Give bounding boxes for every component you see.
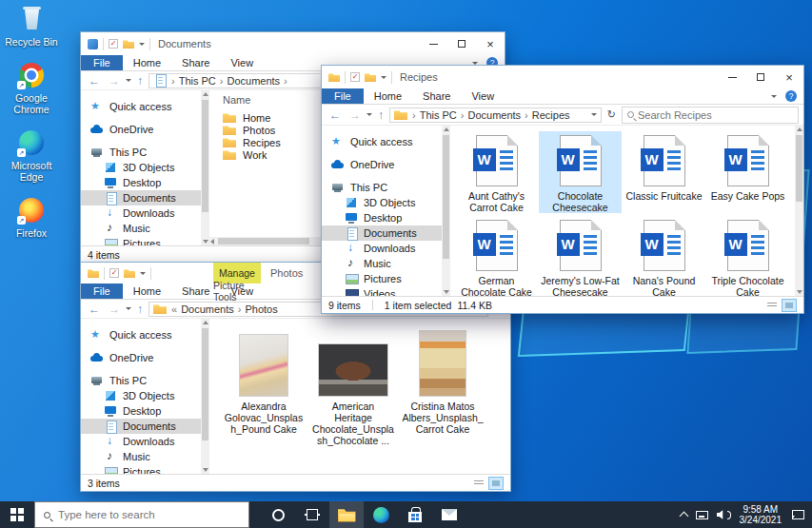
up-button[interactable]: ↑ bbox=[134, 303, 146, 315]
sidebar-item[interactable]: Quick access bbox=[81, 99, 201, 114]
quick-access-toolbar-caret-icon[interactable] bbox=[381, 76, 386, 82]
tab-file[interactable]: File bbox=[81, 284, 123, 299]
store-taskbar-button[interactable] bbox=[398, 501, 432, 528]
back-button[interactable]: ← bbox=[327, 109, 344, 121]
forward-button[interactable]: → bbox=[106, 75, 123, 87]
desktop-icon[interactable]: ↗ Microsoft Edge bbox=[2, 128, 61, 183]
tab-home[interactable]: Home bbox=[364, 88, 412, 104]
sidebar-item[interactable]: OneDrive bbox=[81, 122, 201, 137]
speaker-icon[interactable] bbox=[717, 510, 725, 519]
minimize-button[interactable] bbox=[718, 66, 746, 88]
scroll-down-icon[interactable] bbox=[442, 287, 450, 296]
documents-titlebar[interactable]: ✓ Documents × bbox=[81, 32, 505, 55]
scroll-up-icon[interactable] bbox=[795, 126, 803, 134]
taskbar-search-box[interactable] bbox=[34, 501, 249, 528]
quick-access-toolbar-caret-icon[interactable] bbox=[140, 272, 146, 278]
file-explorer-taskbar-button[interactable] bbox=[329, 501, 364, 528]
word-document-tile[interactable]: W Easy Cake Pops bbox=[706, 131, 789, 213]
breadcrumb-documents[interactable]: Documents bbox=[467, 109, 521, 121]
word-document-tile[interactable]: W Jeremy's Low-Fat Cheesecake bbox=[539, 216, 622, 296]
sidebar-scrollbar[interactable] bbox=[201, 319, 209, 474]
sidebar-item[interactable]: Music bbox=[81, 449, 201, 464]
tab-file[interactable]: File bbox=[322, 88, 364, 104]
scroll-up-icon[interactable] bbox=[201, 319, 209, 327]
tab-file[interactable]: File bbox=[81, 55, 123, 70]
breadcrumb-documents[interactable]: Documents bbox=[181, 303, 234, 315]
task-view-button[interactable] bbox=[295, 501, 329, 528]
sidebar-item[interactable]: Music bbox=[322, 256, 442, 271]
photo-tile[interactable]: Alexandra Golovac_Unsplash_Pound Cake bbox=[223, 326, 305, 435]
maximize-button[interactable] bbox=[746, 66, 775, 88]
photo-tile[interactable]: Cristina Matos Albers_Unsplash_Carrot Ca… bbox=[402, 326, 484, 435]
cortana-button[interactable] bbox=[261, 501, 295, 528]
large-icons-view-button[interactable] bbox=[488, 477, 504, 490]
search-input[interactable] bbox=[638, 109, 793, 121]
help-icon[interactable]: ? bbox=[785, 90, 797, 102]
start-button[interactable] bbox=[0, 501, 34, 528]
scroll-left-icon[interactable] bbox=[210, 239, 214, 244]
sidebar-item[interactable]: Pictures bbox=[81, 464, 201, 474]
sidebar-item[interactable]: Downloads bbox=[81, 434, 201, 449]
close-button[interactable]: × bbox=[775, 66, 803, 88]
tab-picture-tools[interactable]: Picture Tools bbox=[213, 284, 261, 299]
sidebar-item[interactable]: Documents bbox=[81, 190, 201, 205]
sidebar-item[interactable]: This PC bbox=[322, 180, 442, 195]
scroll-down-icon[interactable] bbox=[201, 237, 209, 245]
recipes-titlebar[interactable]: ✓ Recipes × bbox=[322, 66, 803, 88]
forward-button[interactable]: → bbox=[106, 303, 123, 315]
sidebar-item[interactable]: Pictures bbox=[322, 271, 442, 286]
details-view-button[interactable] bbox=[471, 477, 486, 490]
tab-home[interactable]: Home bbox=[123, 55, 171, 70]
sidebar-item[interactable]: This PC bbox=[81, 373, 201, 388]
scroll-down-icon[interactable] bbox=[795, 287, 803, 296]
breadcrumb-photos[interactable]: Photos bbox=[245, 303, 277, 315]
word-document-tile[interactable]: W German Chocolate Cake bbox=[455, 216, 538, 296]
sidebar-item[interactable]: Quick access bbox=[322, 134, 442, 149]
word-document-tile[interactable]: W Aunt Cathy's Carrot Cake bbox=[455, 131, 538, 213]
breadcrumb-recipes[interactable]: Recipes bbox=[532, 109, 570, 121]
breadcrumb-documents[interactable]: Documents bbox=[227, 75, 280, 87]
word-document-tile[interactable]: W Classic Fruitcake bbox=[623, 131, 705, 213]
desktop-icon[interactable]: ↗ Recycle Bin bbox=[2, 5, 61, 48]
sidebar-item[interactable]: 3D Objects bbox=[81, 388, 201, 403]
quick-access-toolbar-caret-icon[interactable] bbox=[139, 43, 145, 49]
sidebar-item[interactable]: Pictures bbox=[81, 236, 201, 245]
details-view-button[interactable] bbox=[764, 299, 780, 312]
up-button[interactable]: ↑ bbox=[134, 75, 146, 87]
address-dropdown-icon[interactable] bbox=[591, 113, 597, 119]
new-folder-icon[interactable] bbox=[123, 39, 134, 49]
sidebar-item[interactable]: OneDrive bbox=[322, 157, 442, 172]
mail-taskbar-button[interactable] bbox=[432, 501, 466, 528]
sidebar-item[interactable]: Desktop bbox=[81, 175, 201, 190]
back-button[interactable]: ← bbox=[86, 75, 103, 87]
refresh-icon[interactable]: ↻ bbox=[604, 108, 619, 121]
tab-view[interactable]: View bbox=[220, 55, 264, 70]
edge-taskbar-button[interactable] bbox=[364, 501, 398, 528]
tab-share[interactable]: Share bbox=[412, 88, 461, 104]
scroll-down-icon[interactable] bbox=[201, 465, 209, 474]
sidebar-item[interactable]: Desktop bbox=[81, 403, 201, 419]
tab-share[interactable]: Share bbox=[171, 55, 220, 70]
search-box[interactable] bbox=[622, 107, 799, 124]
desktop-icon[interactable]: ↗ Firefox bbox=[2, 196, 61, 239]
maximize-button[interactable] bbox=[447, 32, 476, 55]
new-folder-icon[interactable] bbox=[124, 268, 135, 278]
hidden-icons-chevron-icon[interactable] bbox=[679, 512, 688, 521]
large-icons-view-button[interactable] bbox=[782, 299, 797, 312]
sidebar-item[interactable]: Downloads bbox=[322, 241, 442, 256]
desktop-icon[interactable]: ↗ Google Chrome bbox=[2, 61, 61, 115]
ribbon-expand-icon[interactable] bbox=[771, 95, 777, 101]
scroll-up-icon[interactable] bbox=[442, 126, 450, 134]
word-document-tile[interactable]: W Triple Chocolate Cake bbox=[706, 216, 789, 296]
tab-home[interactable]: Home bbox=[123, 284, 171, 299]
sidebar-item[interactable]: Downloads bbox=[81, 205, 201, 221]
forward-button[interactable]: → bbox=[347, 109, 364, 121]
sidebar-item[interactable]: Quick access bbox=[81, 327, 201, 342]
scroll-up-icon[interactable] bbox=[201, 90, 209, 99]
sidebar-scrollbar[interactable] bbox=[442, 126, 450, 296]
properties-icon[interactable]: ✓ bbox=[109, 268, 119, 278]
word-document-tile[interactable]: W Chocolate Cheesecake bbox=[539, 131, 622, 213]
up-button[interactable]: ↑ bbox=[375, 109, 386, 121]
sidebar-item[interactable]: 3D Objects bbox=[322, 195, 442, 210]
sidebar-item[interactable]: Music bbox=[81, 221, 201, 236]
